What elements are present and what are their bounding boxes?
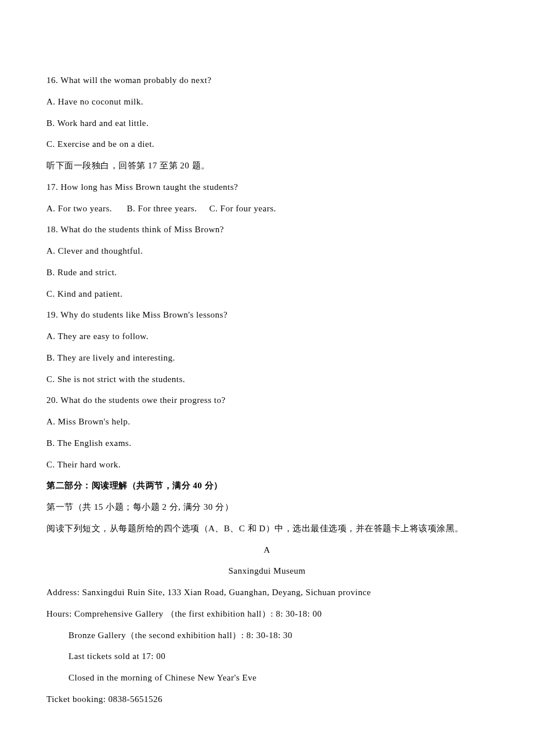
q18-option-c: C. Kind and patient. [46,283,488,305]
passage-a-hours3: Last tickets sold at 17: 00 [46,646,488,667]
section2-sub2: 阅读下列短文，从每题所给的四个选项（A、B、C 和 D）中，选出最佳选项，并在答… [46,518,488,539]
q19-option-b: B. They are lively and interesting. [46,347,488,369]
q19-option-c: C. She is not strict with the students. [46,369,488,390]
q20-option-a: A. Miss Brown's help. [46,411,488,433]
q17-options: A. For two years. B. For three years. C.… [46,198,488,219]
exam-page: 16. What will the woman probably do next… [0,0,534,756]
passage-a-hours4: Closed in the morning of Chinese New Yea… [46,667,488,689]
section2-heading: 第二部分：阅读理解（共两节，满分 40 分） [46,475,488,496]
q20-option-b: B. The English exams. [46,433,488,454]
q16-option-a: A. Have no coconut milk. [46,91,488,113]
q19-prompt: 19. Why do students like Miss Brown's le… [46,304,488,326]
passage-a-hours2: Bronze Gallery（the second exhibition hal… [46,625,488,646]
q20-prompt: 20. What do the students owe their progr… [46,390,488,411]
q16-option-b: B. Work hard and eat little. [46,113,488,134]
q18-option-a: A. Clever and thoughtful. [46,240,488,262]
q17-prompt: 17. How long has Miss Brown taught the s… [46,177,488,198]
monologue-intro: 听下面一段独白，回答第 17 至第 20 题。 [46,155,488,177]
q16-option-c: C. Exercise and be on a diet. [46,134,488,155]
q16-prompt: 16. What will the woman probably do next… [46,70,488,91]
q20-option-c: C. Their hard work. [46,454,488,476]
passage-a-address: Address: Sanxingdui Ruin Site, 133 Xian … [46,582,488,603]
section2-sub1: 第一节（共 15 小题；每小题 2 分, 满分 30 分） [46,496,488,518]
q19-option-a: A. They are easy to follow. [46,326,488,347]
q18-option-b: B. Rude and strict. [46,262,488,283]
passage-a-title: Sanxingdui Museum [46,560,488,582]
passage-a-hours1: Hours: Comprehensive Gallery （the first … [46,603,488,625]
passage-a-ticket: Ticket booking: 0838-5651526 [46,689,488,710]
passage-letter: A [46,539,488,561]
q18-prompt: 18. What do the students think of Miss B… [46,219,488,240]
